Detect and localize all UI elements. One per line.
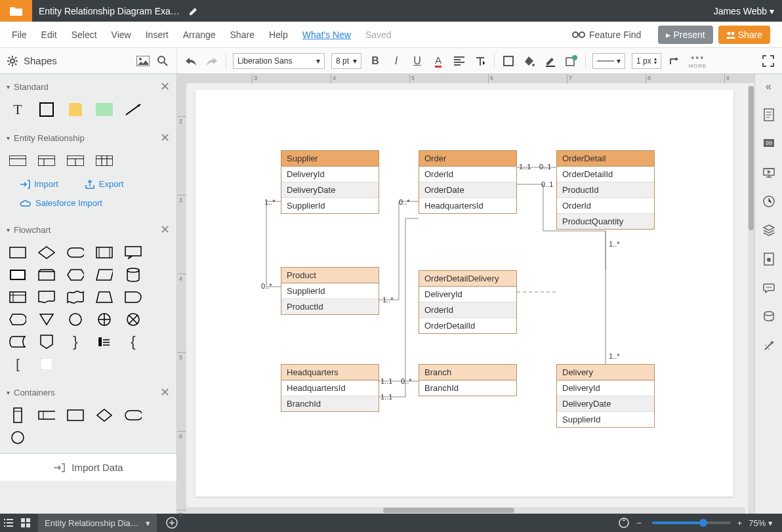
underline-icon[interactable]: U bbox=[410, 54, 424, 68]
fc-trap-icon[interactable] bbox=[96, 291, 113, 304]
menu-insert[interactable]: Insert bbox=[146, 30, 169, 40]
zoom-level[interactable]: 75% ▾ bbox=[749, 518, 773, 528]
menu-view[interactable]: View bbox=[112, 30, 131, 40]
fc-para-icon[interactable] bbox=[96, 268, 113, 281]
menu-arrange[interactable]: Arrange bbox=[183, 30, 216, 40]
import-data-button[interactable]: Import Data bbox=[0, 453, 176, 481]
fc-sum-icon[interactable] bbox=[96, 313, 113, 326]
italic-icon[interactable]: I bbox=[389, 54, 403, 68]
magic-icon[interactable] bbox=[762, 339, 775, 352]
redo-icon[interactable] bbox=[205, 54, 219, 68]
fc-callout-icon[interactable] bbox=[125, 246, 142, 259]
page-settings-icon[interactable] bbox=[762, 108, 775, 121]
add-page-icon[interactable] bbox=[163, 517, 180, 529]
diagram-page[interactable]: SupplierDeliveryIdDeliveryDateSupplierId… bbox=[196, 90, 733, 497]
user-menu[interactable]: James Webb ▾ bbox=[714, 6, 774, 16]
cnt-5-icon[interactable] bbox=[125, 409, 142, 422]
document-title[interactable]: Entity Relationship Diagram Exa… bbox=[39, 6, 180, 16]
scrollbar-horizontal[interactable] bbox=[186, 507, 745, 514]
scrollbar-vertical[interactable] bbox=[748, 86, 754, 514]
entity-branch[interactable]: BranchBranchId bbox=[419, 364, 517, 396]
fc-doc-icon[interactable] bbox=[38, 291, 55, 304]
entity-delivery[interactable]: DeliveryDeliveryIdDeliveryDateSupplierId bbox=[556, 364, 655, 428]
master-icon[interactable] bbox=[762, 253, 775, 266]
entity-order[interactable]: OrderOrderIdOrderDateHeadquartersId bbox=[419, 150, 517, 214]
er-shape-2-icon[interactable] bbox=[38, 154, 55, 167]
menu-file[interactable]: File bbox=[12, 30, 27, 40]
zoom-out-icon[interactable]: − bbox=[636, 518, 642, 528]
cnt-2-icon[interactable] bbox=[38, 409, 55, 422]
feature-find[interactable]: Feature Find bbox=[572, 30, 641, 40]
fc-note-icon[interactable] bbox=[96, 335, 113, 348]
font-select[interactable]: Liberation Sans▾ bbox=[233, 53, 325, 69]
text-shape-icon[interactable]: T bbox=[9, 103, 26, 116]
shape-options-icon[interactable] bbox=[564, 54, 579, 68]
fc-delay-icon[interactable] bbox=[125, 291, 142, 304]
fc-display-icon[interactable] bbox=[9, 313, 26, 326]
data-icon[interactable] bbox=[762, 310, 775, 323]
fc-stored-icon[interactable] bbox=[9, 335, 26, 348]
fc-offpage-icon[interactable] bbox=[38, 335, 55, 348]
fc-cylinder-icon[interactable] bbox=[125, 268, 142, 281]
fc-rect-icon[interactable] bbox=[9, 246, 26, 259]
fc-fill-icon[interactable] bbox=[38, 358, 55, 371]
fc-bracket-icon[interactable]: [ bbox=[9, 358, 26, 371]
cnt-3-icon[interactable] bbox=[67, 409, 84, 422]
block-shape-icon[interactable] bbox=[96, 103, 113, 116]
sync-icon[interactable] bbox=[615, 517, 632, 529]
er-shape-4-icon[interactable] bbox=[96, 154, 113, 167]
entity-product[interactable]: ProductSupplierIdProductId bbox=[281, 267, 379, 315]
entity-headquarters[interactable]: HeadquartersHeadquartersIdBranchId bbox=[281, 364, 379, 412]
cat-standard-header[interactable]: ▾Standard✕ bbox=[0, 74, 176, 99]
text-tool-icon[interactable] bbox=[473, 54, 487, 68]
line-routing-icon[interactable] bbox=[668, 54, 682, 68]
more-tools[interactable]: •••MORE bbox=[689, 52, 707, 69]
history-icon[interactable] bbox=[762, 195, 775, 208]
page-tab[interactable]: Entity Relationship Dia…▾ bbox=[38, 514, 157, 532]
font-size-select[interactable]: 8 pt▾ bbox=[331, 53, 361, 69]
fc-merge-icon[interactable] bbox=[38, 313, 55, 326]
grid-view-icon[interactable] bbox=[17, 518, 34, 527]
undo-icon[interactable] bbox=[184, 54, 198, 68]
rect-shape-icon[interactable] bbox=[38, 103, 55, 116]
er-shape-1-icon[interactable] bbox=[9, 154, 26, 167]
menu-select[interactable]: Select bbox=[72, 30, 97, 40]
chat-icon[interactable] bbox=[762, 281, 775, 295]
fc-card-icon[interactable] bbox=[9, 268, 26, 281]
edit-title-icon[interactable] bbox=[189, 7, 198, 16]
comments-icon[interactable]: 99 bbox=[762, 137, 775, 150]
fill-icon[interactable] bbox=[522, 54, 537, 68]
cat-entity-header[interactable]: ▾Entity Relationship✕ bbox=[0, 125, 176, 150]
present-button[interactable]: ▸Present bbox=[658, 26, 712, 44]
layers-icon[interactable] bbox=[762, 224, 775, 237]
text-color-icon[interactable]: A bbox=[431, 54, 445, 68]
cnt-4-icon[interactable] bbox=[96, 409, 113, 422]
er-export[interactable]: Export bbox=[85, 179, 124, 189]
entity-orderdetail[interactable]: OrderDetailOrderDetailIdProductIdOrderId… bbox=[556, 150, 655, 230]
close-icon[interactable]: ✕ bbox=[160, 79, 170, 94]
close-icon[interactable]: ✕ bbox=[160, 131, 170, 145]
menu-help[interactable]: Help bbox=[269, 30, 288, 40]
menu-share[interactable]: Share bbox=[230, 30, 255, 40]
fullscreen-icon[interactable] bbox=[761, 54, 775, 68]
er-import[interactable]: Import bbox=[20, 179, 58, 189]
fc-hex-icon[interactable] bbox=[67, 268, 84, 281]
menu-whats-new[interactable]: What's New bbox=[302, 30, 351, 40]
line-color-icon[interactable] bbox=[543, 54, 558, 68]
note-shape-icon[interactable] bbox=[67, 103, 84, 116]
outline-view-icon[interactable] bbox=[0, 518, 17, 527]
image-icon[interactable] bbox=[136, 54, 150, 68]
fc-brace-l-icon[interactable]: { bbox=[125, 335, 142, 348]
er-salesforce-import[interactable]: Salesforce Import bbox=[20, 198, 102, 208]
cat-flowchart-header[interactable]: ▾Flowchart✕ bbox=[0, 217, 176, 242]
entity-supplier[interactable]: SupplierDeliveryIdDeliveryDateSupplierId bbox=[281, 150, 379, 214]
collapse-rail-icon[interactable]: « bbox=[766, 81, 772, 92]
er-shape-3-icon[interactable] bbox=[67, 154, 84, 167]
fc-tape-icon[interactable] bbox=[67, 291, 84, 304]
zoom-in-icon[interactable]: + bbox=[737, 518, 743, 528]
fc-internal-icon[interactable] bbox=[9, 291, 26, 304]
line-style-select[interactable]: ▾ bbox=[592, 53, 625, 69]
cnt-1-icon[interactable] bbox=[9, 409, 26, 422]
bold-icon[interactable]: B bbox=[368, 54, 382, 68]
fc-or-icon[interactable] bbox=[125, 313, 142, 326]
